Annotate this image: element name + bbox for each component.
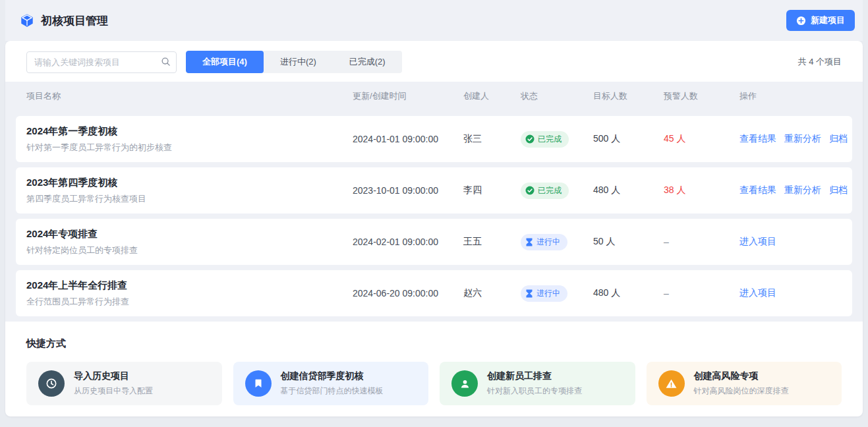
- warning-icon: [658, 370, 685, 397]
- archive-link[interactable]: 归档: [829, 133, 848, 145]
- column-header: 操作: [739, 90, 863, 102]
- table-row: 2024年第一季度初核针对第一季度员工异常行为的初步核查2024-01-01 0…: [16, 116, 852, 162]
- tab-completed[interactable]: 已完成(2): [333, 51, 402, 73]
- project-name-cell: 2024年专项排查针对特定岗位员工的专项排查: [26, 228, 353, 256]
- status-cell: 进行中: [521, 285, 593, 302]
- search-box: [26, 51, 177, 73]
- update-time: 2024-01-01 09:00:00: [353, 134, 463, 144]
- project-name: 2023年第四季度初核: [26, 177, 353, 189]
- column-header: 目标人数: [593, 90, 664, 102]
- creator-name: 王五: [463, 236, 521, 248]
- project-description: 全行范围员工异常行为排查: [26, 296, 353, 308]
- view-results-link[interactable]: 查看结果: [739, 185, 776, 196]
- status-cell: 进行中: [521, 234, 593, 250]
- status-badge: 进行中: [521, 234, 567, 250]
- warning-count: 38 人: [664, 185, 739, 196]
- clock-icon: [38, 370, 65, 397]
- project-filter-tabs: 全部项目(4)进行中(2)已完成(2): [186, 51, 402, 73]
- creator-name: 李四: [463, 185, 521, 196]
- search-input[interactable]: [26, 51, 177, 73]
- plus-circle-icon: [796, 16, 806, 26]
- project-name-cell: 2024年上半年全行排查全行范围员工异常行为排查: [26, 279, 353, 308]
- view-results-link[interactable]: 查看结果: [739, 133, 776, 145]
- user-icon: [451, 370, 478, 397]
- table-row: 2024年专项排查针对特定岗位员工的专项排查2024-02-01 09:00:0…: [16, 219, 852, 265]
- status-label: 已完成: [538, 134, 562, 145]
- enter-project-link[interactable]: 进入项目: [739, 287, 776, 299]
- shortcut-texts: 创建信贷部季度初核基于信贷部门特点的快速模板: [281, 370, 384, 397]
- table-row: 2023年第四季度初核第四季度员工异常行为核查项目2023-10-01 09:0…: [16, 167, 852, 214]
- shortcut-texts: 导入历史项目从历史项目中导入配置: [74, 370, 153, 397]
- creator-name: 张三: [463, 133, 521, 145]
- row-actions: 查看结果重新分析归档: [739, 185, 852, 196]
- update-time: 2024-02-01 09:00:00: [353, 237, 463, 247]
- status-label: 已完成: [538, 185, 562, 196]
- tab-in-progress[interactable]: 进行中(2): [264, 51, 333, 73]
- app-logo-cube-icon: [20, 13, 34, 28]
- shortcuts-title: 快捷方式: [26, 337, 842, 350]
- shortcut-description: 针对高风险岗位的深度排查: [694, 385, 789, 397]
- shortcut-create-credit-quarterly[interactable]: 创建信贷部季度初核基于信贷部门特点的快速模板: [233, 362, 429, 405]
- row-actions: 查看结果重新分析归档: [739, 133, 852, 145]
- creator-name: 赵六: [463, 287, 521, 299]
- project-name: 2024年上半年全行排查: [26, 279, 353, 292]
- column-header: 更新/创建时间: [353, 90, 463, 102]
- status-cell: 已完成: [521, 183, 593, 199]
- row-actions: 进入项目: [739, 236, 852, 248]
- hourglass-icon: [525, 238, 533, 246]
- shortcuts-section: 快捷方式 导入历史项目从历史项目中导入配置创建信贷部季度初核基于信贷部门特点的快…: [5, 322, 863, 405]
- target-count: 480 人: [593, 287, 664, 299]
- status-cell: 已完成: [521, 131, 593, 148]
- update-time: 2024-06-20 09:00:00: [353, 288, 463, 299]
- page-title: 初核项目管理: [41, 13, 108, 28]
- status-badge: 进行中: [521, 285, 567, 302]
- project-description: 针对第一季度员工异常行为的初步核查: [26, 142, 353, 154]
- total-project-count: 共 4 个项目: [798, 56, 842, 68]
- enter-project-link[interactable]: 进入项目: [739, 236, 776, 248]
- target-count: 500 人: [593, 133, 664, 145]
- shortcut-title: 创建新员工排查: [487, 370, 582, 382]
- page-header: 初核项目管理 新建项目: [5, 0, 863, 41]
- shortcut-title: 创建高风险专项: [694, 370, 789, 382]
- column-header: 预警人数: [664, 90, 739, 102]
- warning-count: –: [664, 288, 739, 299]
- archive-link[interactable]: 归档: [829, 185, 848, 196]
- main-content-card: 全部项目(4)进行中(2)已完成(2) 共 4 个项目 项目名称更新/创建时间创…: [5, 41, 863, 416]
- target-count: 50 人: [593, 236, 664, 248]
- reanalyze-link[interactable]: 重新分析: [784, 133, 821, 145]
- bookmark-icon: [245, 370, 272, 397]
- shortcut-title: 导入历史项目: [74, 370, 153, 382]
- shortcut-create-new-employee-check[interactable]: 创建新员工排查针对新入职员工的专项排查: [440, 362, 635, 405]
- shortcut-create-high-risk[interactable]: 创建高风险专项针对高风险岗位的深度排查: [647, 362, 842, 405]
- check-circle-icon: [525, 186, 535, 195]
- warning-count: –: [664, 237, 739, 247]
- project-name: 2024年专项排查: [26, 228, 353, 241]
- status-label: 进行中: [536, 288, 560, 299]
- hourglass-icon: [525, 289, 533, 298]
- project-description: 针对特定岗位员工的专项排查: [26, 244, 353, 256]
- new-project-button[interactable]: 新建项目: [786, 10, 855, 31]
- row-actions: 进入项目: [739, 287, 852, 299]
- project-name-cell: 2024年第一季度初核针对第一季度员工异常行为的初步核查: [26, 125, 353, 154]
- shortcut-description: 从历史项目中导入配置: [74, 385, 153, 397]
- status-badge: 已完成: [521, 183, 569, 199]
- shortcut-import-history[interactable]: 导入历史项目从历史项目中导入配置: [26, 362, 222, 405]
- shortcut-title: 创建信贷部季度初核: [281, 370, 384, 382]
- project-name-cell: 2023年第四季度初核第四季度员工异常行为核查项目: [26, 177, 353, 205]
- shortcut-texts: 创建新员工排查针对新入职员工的专项排查: [487, 370, 582, 397]
- shortcut-description: 基于信贷部门特点的快速模板: [281, 385, 384, 397]
- update-time: 2023-10-01 09:00:00: [353, 185, 463, 196]
- target-count: 480 人: [593, 185, 664, 196]
- shortcut-description: 针对新入职员工的专项排查: [487, 385, 582, 397]
- column-header: 创建人: [463, 90, 521, 102]
- filter-row: 全部项目(4)进行中(2)已完成(2) 共 4 个项目: [5, 41, 863, 82]
- reanalyze-link[interactable]: 重新分析: [784, 185, 821, 196]
- tab-all[interactable]: 全部项目(4): [186, 51, 264, 73]
- column-header: 项目名称: [26, 90, 353, 102]
- status-label: 进行中: [536, 237, 560, 248]
- project-description: 第四季度员工异常行为核查项目: [26, 193, 353, 205]
- new-project-label: 新建项目: [811, 14, 845, 26]
- table-header-row: 项目名称更新/创建时间创建人状态目标人数预警人数操作: [5, 82, 863, 111]
- search-icon[interactable]: [161, 57, 171, 69]
- shortcut-texts: 创建高风险专项针对高风险岗位的深度排查: [694, 370, 789, 397]
